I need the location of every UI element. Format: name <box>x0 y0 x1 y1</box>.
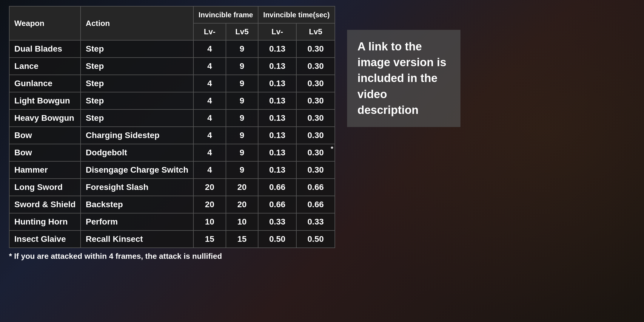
action-cell: Dodgebolt <box>81 144 193 161</box>
table-row: Dual BladesStep490.130.30 <box>9 40 335 58</box>
inv-time-header: Invincible time(sec) <box>258 6 335 23</box>
weapon-header: Weapon <box>9 6 81 40</box>
content-area: Weapon Action Invincible frame Invincibl… <box>0 0 644 322</box>
lv-minus-frame-header: Lv- <box>193 23 226 40</box>
weapon-cell: Heavy Bowgun <box>9 109 81 127</box>
action-cell: Foresight Slash <box>81 179 193 196</box>
lv5-frame-cell: 9 <box>226 75 258 92</box>
weapon-cell: Hammer <box>9 161 81 179</box>
lv-minus-time-cell: 0.13 <box>258 58 296 75</box>
lv-minus-frame-cell: 4 <box>193 127 226 144</box>
action-cell: Step <box>81 58 193 75</box>
weapon-cell: Bow <box>9 144 81 161</box>
lv5-time-cell: 0.30 <box>296 40 335 58</box>
lv-minus-frame-cell: 4 <box>193 58 226 75</box>
inv-frame-label: Invincible frame <box>198 11 253 19</box>
action-header: Action <box>81 6 193 40</box>
footnote: * If you are attacked within 4 frames, t… <box>9 252 335 261</box>
inv-time-label: Invincible time(sec) <box>263 11 330 19</box>
lv-minus-time-cell: 0.33 <box>258 213 296 230</box>
lv5-frame-cell: 20 <box>226 196 258 213</box>
action-cell: Step <box>81 92 193 109</box>
weapon-cell: Light Bowgun <box>9 92 81 109</box>
lv5-time-cell: 0.33 <box>296 213 335 230</box>
table-row: HammerDisengage Charge Switch490.130.30 <box>9 161 335 179</box>
lv5-frame-cell: 9 <box>226 58 258 75</box>
lv5-frame-cell: 10 <box>226 213 258 230</box>
lv5-frame-cell: 9 <box>226 144 258 161</box>
lv-minus-time-cell: 0.66 <box>258 179 296 196</box>
lv5-time-header: Lv5 <box>296 23 335 40</box>
lv-minus-frame-cell: 4 <box>193 161 226 179</box>
weapon-cell: Lance <box>9 58 81 75</box>
table-row: Long SwordForesight Slash20200.660.66 <box>9 179 335 196</box>
table-section: Weapon Action Invincible frame Invincibl… <box>9 6 335 261</box>
lv-minus-time-cell: 0.13 <box>258 75 296 92</box>
lv5-frame-cell: 9 <box>226 40 258 58</box>
lv-minus-time-cell: 0.13 <box>258 40 296 58</box>
table-row: BowDodgebolt490.130.30* <box>9 144 335 161</box>
lv5-time-cell: 0.30 <box>296 75 335 92</box>
weapon-cell: Long Sword <box>9 179 81 196</box>
lv-minus-time-header: Lv- <box>258 23 296 40</box>
action-cell: Recall Kinsect <box>81 230 193 248</box>
table-row: Hunting HornPerform10100.330.33 <box>9 213 335 230</box>
lv5-time-cell: 0.30* <box>296 144 335 161</box>
data-table: Weapon Action Invincible frame Invincibl… <box>9 6 335 248</box>
lv-minus-time-cell: 0.13 <box>258 161 296 179</box>
lv-minus-2-label: Lv- <box>272 27 283 36</box>
action-cell: Step <box>81 40 193 58</box>
lv5-time-cell: 0.66 <box>296 179 335 196</box>
lv-minus-frame-cell: 4 <box>193 40 226 58</box>
lv-minus-time-cell: 0.13 <box>258 127 296 144</box>
lv5-2-label: Lv5 <box>309 27 322 36</box>
lv5-time-cell: 0.30 <box>296 58 335 75</box>
table-row: Insect GlaiveRecall Kinsect15150.500.50 <box>9 230 335 248</box>
lv5-frame-cell: 9 <box>226 161 258 179</box>
weapon-cell: Hunting Horn <box>9 213 81 230</box>
weapon-header-label: Weapon <box>14 19 44 28</box>
action-cell: Perform <box>81 213 193 230</box>
action-cell: Step <box>81 75 193 92</box>
lv5-frame-header: Lv5 <box>226 23 258 40</box>
action-cell: Charging Sidestep <box>81 127 193 144</box>
weapon-cell: Sword & Shield <box>9 196 81 213</box>
lv5-time-cell: 0.30 <box>296 92 335 109</box>
lv-minus-1-label: Lv- <box>204 27 215 36</box>
lv-minus-frame-cell: 4 <box>193 109 226 127</box>
lv5-frame-cell: 20 <box>226 179 258 196</box>
action-cell: Backstep <box>81 196 193 213</box>
inv-frame-header: Invincible frame <box>193 6 258 23</box>
weapon-cell: Gunlance <box>9 75 81 92</box>
table-row: LanceStep490.130.30 <box>9 58 335 75</box>
action-cell: Disengage Charge Switch <box>81 161 193 179</box>
lv-minus-time-cell: 0.13 <box>258 109 296 127</box>
lv-minus-time-cell: 0.13 <box>258 92 296 109</box>
lv-minus-time-cell: 0.66 <box>258 196 296 213</box>
weapon-cell: Bow <box>9 127 81 144</box>
lv5-frame-cell: 15 <box>226 230 258 248</box>
action-header-label: Action <box>86 19 110 28</box>
table-row: BowCharging Sidestep490.130.30 <box>9 127 335 144</box>
table-row: Heavy BowgunStep490.130.30 <box>9 109 335 127</box>
lv5-time-cell: 0.50 <box>296 230 335 248</box>
lv-minus-frame-cell: 4 <box>193 92 226 109</box>
lv-minus-frame-cell: 4 <box>193 75 226 92</box>
lv5-frame-cell: 9 <box>226 92 258 109</box>
lv5-1-label: Lv5 <box>235 27 249 36</box>
lv-minus-frame-cell: 10 <box>193 213 226 230</box>
action-cell: Step <box>81 109 193 127</box>
lv-minus-frame-cell: 4 <box>193 144 226 161</box>
lv5-time-cell: 0.30 <box>296 109 335 127</box>
lv-minus-frame-cell: 20 <box>193 179 226 196</box>
lv-minus-frame-cell: 15 <box>193 230 226 248</box>
info-box: A link to the image version is included … <box>347 30 460 127</box>
table-row: Sword & ShieldBackstep20200.660.66 <box>9 196 335 213</box>
asterisk-marker: * <box>331 145 333 153</box>
lv5-time-cell: 0.30 <box>296 127 335 144</box>
lv-minus-time-cell: 0.50 <box>258 230 296 248</box>
lv5-frame-cell: 9 <box>226 109 258 127</box>
info-box-text: A link to the image version is included … <box>358 40 446 116</box>
lv5-frame-cell: 9 <box>226 127 258 144</box>
weapon-cell: Dual Blades <box>9 40 81 58</box>
